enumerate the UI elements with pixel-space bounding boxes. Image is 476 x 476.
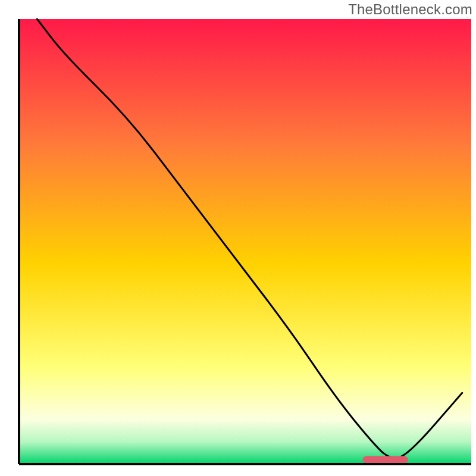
chart-frame: TheBottleneck.com <box>0 0 476 476</box>
gradient-background <box>19 19 471 464</box>
plot-area <box>19 19 471 464</box>
bottleneck-chart <box>0 0 476 476</box>
watermark-text: TheBottleneck.com <box>348 1 472 18</box>
optimal-range-marker <box>363 456 408 464</box>
